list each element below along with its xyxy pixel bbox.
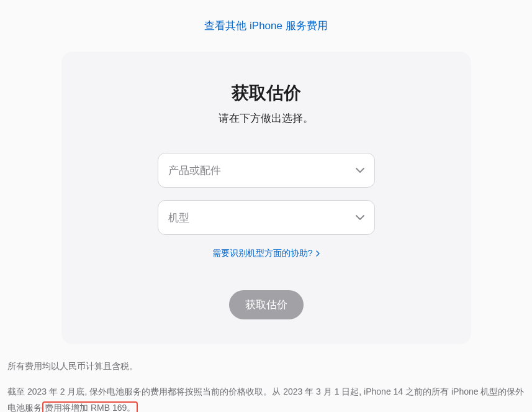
footer-text: 所有费用均以人民币计算且含税。 截至 2023 年 2 月底, 保外电池服务的费… bbox=[0, 344, 532, 412]
card-subtitle: 请在下方做出选择。 bbox=[86, 111, 446, 126]
help-link-container: 需要识别机型方面的协助? bbox=[86, 247, 446, 259]
chevron-right-icon bbox=[316, 249, 320, 259]
card-title: 获取估价 bbox=[86, 81, 446, 105]
footer-line-2: 截至 2023 年 2 月底, 保外电池服务的费用都将按照当前的价格收取。从 2… bbox=[7, 383, 525, 412]
model-select-wrapper: 机型 bbox=[158, 200, 375, 235]
model-select[interactable]: 机型 bbox=[158, 200, 375, 235]
footer-line-1: 所有费用均以人民币计算且含税。 bbox=[7, 358, 525, 375]
estimate-card: 获取估价 请在下方做出选择。 产品或配件 机型 需要识别机型方面的协助? 获取估… bbox=[61, 52, 471, 344]
chevron-down-icon bbox=[356, 168, 364, 173]
get-estimate-button[interactable]: 获取估价 bbox=[229, 290, 304, 319]
model-select-placeholder: 机型 bbox=[168, 211, 189, 225]
identify-model-help-link[interactable]: 需要识别机型方面的协助? bbox=[212, 248, 320, 258]
help-link-label: 需要识别机型方面的协助? bbox=[212, 248, 313, 258]
chevron-down-icon bbox=[356, 215, 364, 220]
product-select-placeholder: 产品或配件 bbox=[168, 163, 221, 178]
product-select-wrapper: 产品或配件 bbox=[158, 153, 375, 188]
product-select[interactable]: 产品或配件 bbox=[158, 153, 375, 188]
footer-highlight: 费用将增加 RMB 169。 bbox=[42, 401, 138, 412]
view-other-services-link[interactable]: 查看其他 iPhone 服务费用 bbox=[204, 20, 327, 32]
top-link-container: 查看其他 iPhone 服务费用 bbox=[0, 0, 532, 45]
